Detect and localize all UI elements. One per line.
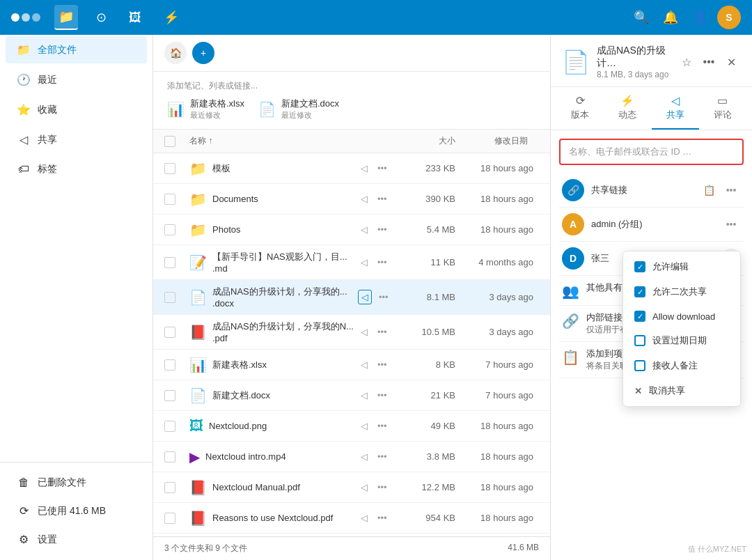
- tab-version[interactable]: ⟳ 版本: [556, 87, 604, 130]
- row-checkbox[interactable]: [164, 327, 175, 338]
- more-action-icon[interactable]: •••: [375, 162, 390, 175]
- more-action-icon[interactable]: •••: [375, 223, 390, 236]
- nav-flow-icon[interactable]: ⚡: [159, 6, 183, 29]
- add-button[interactable]: +: [192, 42, 214, 64]
- share-action-icon[interactable]: ◁: [358, 325, 370, 339]
- row-checkbox[interactable]: [164, 421, 175, 432]
- home-button[interactable]: 🏠: [164, 42, 187, 64]
- contacts-icon[interactable]: 👤: [688, 6, 712, 29]
- share-link-more-button[interactable]: •••: [721, 180, 741, 200]
- dropdown-allow-edit[interactable]: ✓ 允许编辑: [623, 254, 740, 279]
- more-action-icon[interactable]: •••: [375, 419, 390, 433]
- recent-item-xlsx[interactable]: 📊 新建表格.xlsx 最近修改: [167, 98, 244, 120]
- file-date: 4 months ago: [455, 257, 539, 267]
- recent-item-docx[interactable]: 📄 新建文档.docx 最近修改: [258, 98, 339, 120]
- panel-star-button[interactable]: ☆: [677, 52, 696, 72]
- sidebar-item-favorites[interactable]: ⭐ 收藏: [6, 96, 147, 123]
- dropdown-allow-download[interactable]: ✓ Allow download: [623, 304, 740, 328]
- nav-activity-icon[interactable]: ⊙: [92, 6, 111, 29]
- share-search-input[interactable]: 名称、电子邮件或联合云 ID …: [559, 139, 744, 165]
- more-action-icon[interactable]: •••: [375, 192, 390, 205]
- file-date: 18 hours ago: [455, 421, 539, 431]
- more-action-icon[interactable]: •••: [375, 256, 390, 269]
- share-action-icon[interactable]: ◁: [358, 256, 370, 269]
- sync-icon: ⟳: [17, 504, 31, 518]
- table-row[interactable]: 📄 成品NAS的升级计划，分享我的... .docx ◁ ••• 8.1 MB …: [153, 280, 550, 315]
- table-row[interactable]: 📁 Photos ◁ ••• 5.4 MB 18 hours ago: [153, 215, 550, 245]
- more-action-icon[interactable]: •••: [375, 511, 390, 524]
- table-row[interactable]: 📄 新建文档.docx ◁ ••• 21 KB 7 hours ago: [153, 380, 550, 411]
- sidebar-item-storage[interactable]: ⟳ 已使用 41.6 MB: [6, 497, 147, 524]
- recipient-note-label: 接收人备注: [652, 359, 698, 372]
- dropdown-set-expiry[interactable]: ✓ 设置过期日期: [623, 328, 740, 353]
- recent-note-placeholder[interactable]: 添加笔记、列表或链接...: [167, 80, 536, 92]
- share-action-icon[interactable]: ◁: [358, 511, 370, 524]
- sidebar-item-settings[interactable]: ⚙ 设置: [6, 526, 147, 553]
- table-row[interactable]: 📕 Reasons to use Nextcloud.pdf ◁ ••• 954…: [153, 503, 550, 534]
- allow-edit-checkbox[interactable]: ✓: [634, 261, 645, 272]
- allow-download-checkbox[interactable]: ✓: [634, 311, 645, 322]
- table-row[interactable]: ▶ Nextcloud intro.mp4 ◁ ••• 3.8 MB 18 ho…: [153, 442, 550, 472]
- share-active-icon[interactable]: ◁: [358, 290, 372, 304]
- notifications-icon[interactable]: 🔔: [659, 6, 682, 29]
- panel-close-button[interactable]: ✕: [721, 52, 741, 72]
- more-action-icon[interactable]: •••: [375, 325, 390, 339]
- row-checkbox[interactable]: [164, 359, 175, 371]
- select-all-checkbox[interactable]: [164, 136, 175, 147]
- table-row[interactable]: 🖼 Nextcloud.png ◁ ••• 49 KB 18 hours ago: [153, 411, 550, 442]
- allow-reshare-checkbox[interactable]: ✓: [634, 286, 645, 297]
- sidebar-label-shared: 共享: [38, 134, 57, 146]
- row-checkbox[interactable]: [164, 513, 175, 524]
- share-action-icon[interactable]: ◁: [358, 358, 370, 371]
- more-action-icon[interactable]: •••: [375, 389, 390, 402]
- nav-gallery-icon[interactable]: 🖼: [125, 6, 146, 29]
- nav-files-icon[interactable]: 📁: [54, 5, 78, 30]
- more-action-icon[interactable]: •••: [375, 358, 390, 371]
- more-action-icon[interactable]: •••: [375, 481, 390, 494]
- table-row[interactable]: 📊 新建表格.xlsx ◁ ••• 8 KB 7 hours ago: [153, 350, 550, 380]
- tab-activity[interactable]: ⚡ 动态: [604, 87, 651, 130]
- row-checkbox[interactable]: [164, 390, 175, 401]
- file-date: 18 hours ago: [455, 163, 539, 173]
- set-expiry-checkbox[interactable]: ✓: [634, 335, 645, 346]
- share-action-icon[interactable]: ◁: [358, 389, 370, 402]
- more-action-icon[interactable]: •••: [375, 450, 390, 463]
- row-checkbox[interactable]: [164, 163, 175, 174]
- sidebar-item-all-files[interactable]: 📁 全部文件: [6, 36, 147, 63]
- sidebar-item-recent[interactable]: 🕐 最近: [6, 66, 147, 93]
- row-checkbox[interactable]: [164, 451, 175, 462]
- tab-share[interactable]: ◁ 共享: [652, 87, 699, 130]
- sidebar-item-deleted[interactable]: 🗑 已删除文件: [6, 469, 147, 496]
- dropdown-recipient-note[interactable]: ✓ 接收人备注: [623, 353, 740, 378]
- share-action-icon[interactable]: ◁: [358, 419, 370, 433]
- row-checkbox[interactable]: [164, 257, 175, 268]
- dropdown-allow-reshare[interactable]: ✓ 允许二次共享: [623, 279, 740, 304]
- share-action-icon[interactable]: ◁: [358, 192, 370, 205]
- table-row[interactable]: 📁 Documents ◁ ••• 390 KB 18 hours ago: [153, 184, 550, 215]
- table-row[interactable]: 📕 Nextcloud Manual.pdf ◁ ••• 12.2 MB 18 …: [153, 472, 550, 503]
- share-action-icon[interactable]: ◁: [358, 162, 370, 175]
- row-checkbox[interactable]: [164, 194, 175, 205]
- table-row[interactable]: 📁 模板 ◁ ••• 233 KB 18 hours ago: [153, 153, 550, 184]
- panel-more-button[interactable]: •••: [699, 52, 719, 72]
- share-action-icon[interactable]: ◁: [358, 223, 370, 236]
- header-name[interactable]: 名称 ↑: [189, 135, 358, 147]
- dropdown-cancel-share[interactable]: ✕ 取消共享: [623, 378, 740, 403]
- search-icon[interactable]: 🔍: [629, 6, 653, 29]
- sidebar-item-tags[interactable]: 🏷 标签: [6, 156, 147, 182]
- share-admin-more-button[interactable]: •••: [721, 215, 741, 234]
- row-checkbox[interactable]: [164, 482, 175, 493]
- row-checkbox[interactable]: [164, 292, 175, 303]
- table-row[interactable]: 📕 成品NAS的升级计划，分享我的N... .pdf ◁ ••• 10.5 MB…: [153, 315, 550, 350]
- row-checkbox[interactable]: [164, 224, 175, 235]
- table-row[interactable]: 📝 【新手导引】NAS观影入门，目... .md ◁ ••• 11 KB 4 m…: [153, 245, 550, 280]
- more-action-icon[interactable]: •••: [376, 290, 391, 304]
- share-action-icon[interactable]: ◁: [358, 481, 370, 494]
- recipient-note-checkbox[interactable]: ✓: [634, 360, 645, 371]
- share-admin-name: admin (分组): [591, 218, 714, 231]
- sidebar-item-shared[interactable]: ◁ 共享: [6, 126, 147, 153]
- copy-link-button[interactable]: 📋: [699, 180, 719, 200]
- share-action-icon[interactable]: ◁: [358, 450, 370, 463]
- tab-comment[interactable]: ▭ 评论: [699, 87, 746, 130]
- user-avatar[interactable]: S: [717, 6, 741, 29]
